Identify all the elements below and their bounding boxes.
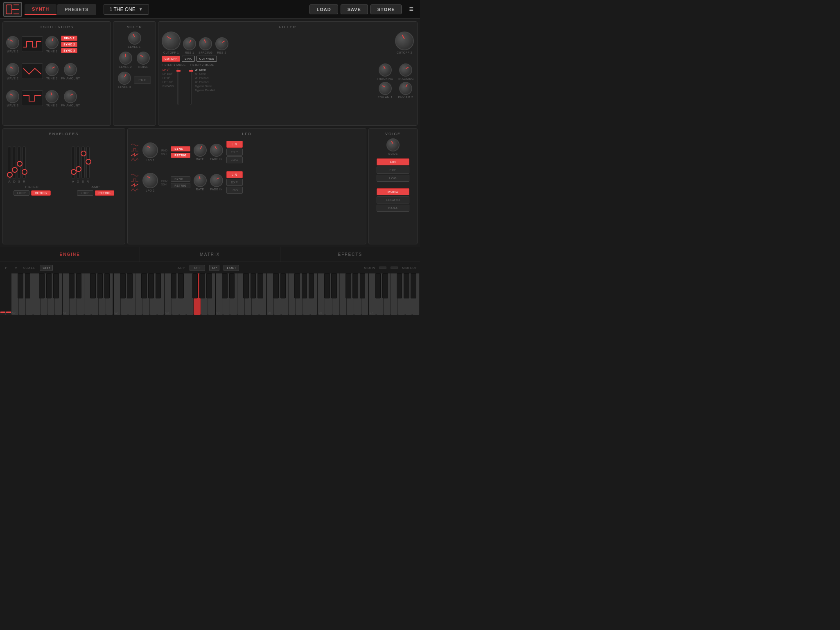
key-as7[interactable]	[411, 273, 416, 298]
filter2-opt-4pparallel[interactable]: 4P Parallel	[194, 80, 215, 84]
key-fs0[interactable]	[39, 273, 45, 298]
res2-knob[interactable]	[215, 37, 228, 50]
amp-a-track[interactable]	[72, 146, 75, 179]
save-button[interactable]: SAVE	[341, 5, 368, 14]
lfo2-main-knob[interactable]	[142, 173, 158, 188]
key-cs4[interactable]	[222, 273, 228, 298]
lfo1-wave-sin[interactable]	[131, 143, 138, 147]
mod-wheel[interactable]	[6, 312, 11, 315]
key-ds7[interactable]	[382, 273, 388, 298]
tracking2-knob[interactable]	[399, 63, 412, 77]
key-as6[interactable]	[360, 273, 366, 298]
filter1-opt-lp180[interactable]: LP 180°	[162, 72, 175, 76]
p-button[interactable]: P	[3, 266, 9, 270]
key-as5[interactable]	[309, 273, 314, 298]
key-cs3[interactable]	[171, 273, 177, 298]
wave3-knob[interactable]	[6, 90, 19, 103]
tab-presets[interactable]: PRESETS	[57, 4, 96, 15]
key-as3[interactable]	[206, 273, 212, 298]
filter-r-track[interactable]	[23, 146, 26, 179]
filter-d-track[interactable]	[13, 146, 16, 179]
key-as4[interactable]	[257, 273, 263, 298]
key-ds2[interactable]	[127, 273, 133, 298]
filter-s-track[interactable]	[18, 146, 21, 179]
lfo2-wave-square[interactable]	[131, 178, 138, 182]
filter1-opt-lp0[interactable]: LP 0°	[162, 68, 175, 72]
envam1-knob[interactable]	[379, 82, 392, 95]
filter-loop-btn[interactable]: LOOP	[14, 190, 29, 196]
lfo1-wave-square[interactable]	[131, 148, 138, 152]
key-fs2[interactable]	[141, 273, 147, 298]
key-cs5[interactable]	[273, 273, 279, 298]
arp-oct-select[interactable]: 1 OCT	[224, 265, 239, 271]
menu-button[interactable]: ≡	[406, 3, 417, 15]
key-fs5[interactable]	[294, 273, 300, 298]
filter2-slider[interactable]	[190, 68, 192, 105]
level3-knob[interactable]	[118, 72, 131, 85]
lfo2-wave-sin[interactable]	[131, 173, 138, 177]
fm2-knob[interactable]	[64, 90, 77, 103]
voice-lin-btn[interactable]: LIN	[377, 158, 409, 165]
lfo2-wave-saw[interactable]	[131, 183, 138, 187]
pre-button[interactable]: PRE	[134, 77, 151, 84]
scale-select[interactable]: CHR	[40, 265, 52, 271]
key-fs3[interactable]	[192, 273, 198, 298]
lfo1-lin-btn[interactable]: LIN	[226, 141, 243, 148]
lfo2-fade-knob[interactable]	[210, 174, 223, 187]
lfo1-rate-knob[interactable]	[194, 144, 207, 157]
tab-synth[interactable]: SYNTH	[25, 4, 56, 15]
amp-d-track[interactable]	[77, 146, 80, 179]
sync2-btn[interactable]: SYNC 2	[61, 42, 77, 47]
amp-loop-btn[interactable]: LOOP	[77, 190, 93, 196]
mono-btn[interactable]: MONO	[377, 188, 409, 195]
legato-btn[interactable]: LEGATO	[377, 196, 409, 203]
key-ds3[interactable]	[178, 273, 184, 298]
key-cs0[interactable]	[18, 273, 23, 298]
key-cs2[interactable]	[120, 273, 126, 298]
tracking1-knob[interactable]	[379, 63, 392, 77]
key-ds1[interactable]	[76, 273, 82, 298]
lfo1-wave-saw[interactable]	[131, 153, 138, 157]
pitch-bend-left[interactable]	[0, 312, 6, 315]
load-button[interactable]: LOAD	[309, 5, 338, 14]
voice-log-btn[interactable]: LOG	[377, 175, 409, 182]
lfo2-lin-btn[interactable]: LIN	[226, 171, 243, 178]
lfo1-exp-btn[interactable]: EXP	[226, 149, 243, 156]
key-gs6[interactable]	[352, 273, 358, 298]
para-btn[interactable]: PARA	[377, 205, 409, 212]
key-ds5[interactable]	[280, 273, 286, 298]
amp-retrig-btn[interactable]: RETRIG	[95, 190, 114, 196]
key-cs6[interactable]	[324, 273, 330, 298]
lfo2-wave-tri[interactable]	[131, 188, 138, 192]
lfo2-exp-btn[interactable]: EXP	[226, 179, 243, 186]
amp-r-track[interactable]	[86, 146, 90, 179]
ring2-btn[interactable]: RING 2	[61, 36, 77, 41]
preset-name-display[interactable]: 1 THE ONE ▼	[104, 4, 149, 15]
key-gs0[interactable]	[46, 273, 52, 298]
key-ds6[interactable]	[331, 273, 337, 298]
res1-knob[interactable]	[183, 37, 196, 50]
lfo2-sync-btn[interactable]: SYNC	[171, 176, 190, 182]
lfo1-retrig-btn[interactable]: RETRIG	[171, 153, 190, 158]
lfo2-rate-knob[interactable]	[194, 174, 207, 187]
sync3-btn[interactable]: SYNC 3	[61, 48, 77, 53]
lfo1-fade-knob[interactable]	[210, 144, 223, 157]
filter2-opt-bypassparallel[interactable]: Bypass Parallel	[194, 88, 215, 92]
key-ds0[interactable]	[25, 273, 31, 298]
key-ds4[interactable]	[229, 273, 235, 298]
key-gs4[interactable]	[251, 273, 256, 298]
key-fs7[interactable]	[397, 273, 402, 298]
level2-knob[interactable]	[119, 52, 132, 65]
filter1-opt-hp180[interactable]: HP 180°	[162, 80, 175, 84]
key-gs1[interactable]	[97, 273, 103, 298]
key-as1[interactable]	[104, 273, 110, 298]
wave1-knob[interactable]: ∿⊓∿	[6, 36, 19, 49]
filter2-opt-2pparallel[interactable]: 2P Parallel	[194, 76, 215, 80]
glide-knob[interactable]	[386, 138, 400, 151]
key-cs7[interactable]	[375, 273, 381, 298]
key-gs2[interactable]	[148, 273, 154, 298]
key-as2[interactable]	[156, 273, 161, 298]
lfo1-wave-tri[interactable]	[131, 158, 138, 162]
amp-s-track[interactable]	[81, 146, 85, 179]
key-gs3[interactable]	[199, 273, 205, 298]
